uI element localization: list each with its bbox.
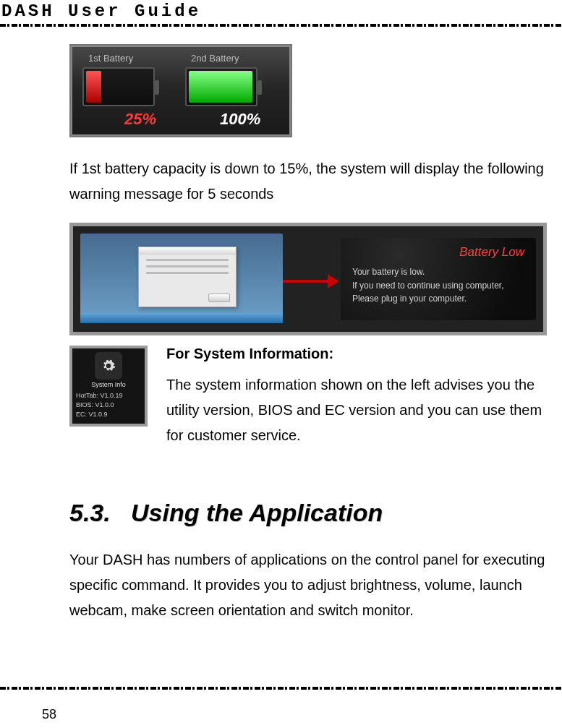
figure-system-info-icon: System Info HotTab: V1.0.19 BIOS: V1.0.0… bbox=[69, 346, 148, 427]
dialog-text-line bbox=[146, 259, 229, 261]
popup-line: Please plug in your computer. bbox=[352, 292, 524, 306]
figure-battery-low-warning: Battery Low Your battery is low. If you … bbox=[69, 223, 547, 335]
battery-low-popup: Battery Low Your battery is low. If you … bbox=[341, 238, 536, 320]
system-info-inner: System Info HotTab: V1.0.19 BIOS: V1.0.0… bbox=[72, 348, 145, 424]
battery1-label: 1st Battery bbox=[88, 53, 133, 64]
footer-divider bbox=[0, 687, 562, 690]
popup-line: Your battery is low. bbox=[352, 265, 524, 279]
desktop-thumbnail bbox=[80, 234, 283, 323]
battery1-percent: 25% bbox=[124, 110, 156, 129]
battery2-percent: 100% bbox=[220, 110, 260, 129]
section-number: 5.3. bbox=[69, 499, 111, 526]
battery2-fill bbox=[189, 71, 252, 103]
dialog-titlebar bbox=[139, 247, 236, 254]
section-heading: 5.3. Using the Application bbox=[69, 499, 562, 527]
system-info-ec: EC: V1.0.9 bbox=[76, 410, 141, 419]
arrow-icon bbox=[283, 280, 329, 283]
gear-icon bbox=[95, 352, 122, 380]
taskbar bbox=[80, 313, 283, 323]
page-footer: 58 bbox=[0, 687, 562, 722]
figure-battery-status: 1st Battery 2nd Battery 25% 100% bbox=[69, 44, 292, 137]
dialog-text-line bbox=[146, 265, 229, 267]
section-title: Using the Application bbox=[131, 499, 383, 526]
popup-title: Battery Low bbox=[352, 245, 524, 260]
dialog-ok-button bbox=[208, 294, 230, 302]
page-number: 58 bbox=[0, 707, 562, 722]
system-info-description: The system information shown on the left… bbox=[166, 372, 562, 448]
arrow-head-icon bbox=[328, 274, 339, 288]
dialog-box bbox=[138, 247, 237, 307]
dialog-text-line bbox=[146, 272, 229, 274]
figure-battery-low-inner: Battery Low Your battery is low. If you … bbox=[73, 226, 543, 332]
system-info-bios: BIOS: V1.0.0 bbox=[76, 401, 141, 410]
figure-battery-inner: 1st Battery 2nd Battery 25% 100% bbox=[72, 47, 289, 134]
system-info-label: System Info bbox=[76, 381, 141, 388]
header-divider bbox=[0, 24, 562, 27]
battery2-label: 2nd Battery bbox=[191, 53, 239, 64]
popup-line: If you need to continue using computer, bbox=[352, 279, 524, 293]
paragraph-warning-description: If 1st battery capacity is down to 15%, … bbox=[69, 156, 562, 207]
paragraph-application-description: Your DASH has numbers of applications on… bbox=[69, 547, 562, 623]
battery2-icon bbox=[185, 67, 257, 106]
battery1-icon bbox=[82, 67, 155, 106]
page-header-title: DASH User Guide bbox=[0, 0, 562, 24]
battery1-fill bbox=[86, 71, 101, 103]
system-info-heading: For System Information: bbox=[166, 346, 562, 362]
system-info-hottab: HotTab: V1.0.19 bbox=[76, 391, 141, 401]
